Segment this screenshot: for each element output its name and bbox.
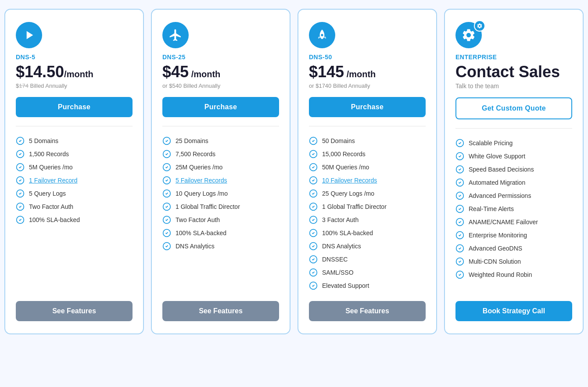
list-item: 10 Failover Records <box>309 174 426 187</box>
plan-card-enterprise: ENTERPRISE Contact Sales Talk to the tea… <box>444 9 584 334</box>
see-features-button-dns50[interactable]: See Features <box>309 301 426 321</box>
list-item: Multi-CDN Solution <box>455 255 572 268</box>
plan-name-enterprise: ENTERPRISE <box>455 54 572 61</box>
failover-link-dns5[interactable]: 1 Failover Record <box>29 177 78 184</box>
list-item: SAML/SSO <box>309 266 426 279</box>
feature-list-dns50: 50 Domains 15,000 Records 50M Queries /m… <box>309 134 426 292</box>
divider-dns5 <box>16 126 133 126</box>
list-item: 7,500 Records <box>162 147 279 161</box>
plane-icon <box>169 28 183 42</box>
check-icon <box>309 255 318 264</box>
feature-list-dns25: 25 Domains 7,500 Records 25M Queries /mo… <box>162 134 279 292</box>
plan-price-dns50: $145 /month <box>309 63 426 81</box>
plan-icon-dns5 <box>16 22 42 48</box>
check-icon <box>16 136 25 145</box>
check-icon <box>16 202 25 211</box>
plan-card-dns5: DNS-5 $14.50/month $174 Billed Annually … <box>4 9 144 334</box>
check-icon <box>162 150 171 158</box>
custom-quote-button[interactable]: Get Custom Quote <box>455 97 572 119</box>
check-icon <box>162 136 171 145</box>
check-icon <box>162 176 171 185</box>
failover-link-dns50[interactable]: 10 Failover Records <box>322 177 377 184</box>
check-icon <box>309 176 318 185</box>
list-item: 25 Domains <box>162 134 279 147</box>
check-icon <box>455 244 464 253</box>
check-icon <box>455 204 464 213</box>
list-item: DNS Analytics <box>309 240 426 253</box>
check-icon <box>162 242 171 251</box>
check-icon <box>309 242 318 251</box>
purchase-button-dns5[interactable]: Purchase <box>16 97 133 117</box>
check-icon <box>309 163 318 172</box>
failover-link-dns25[interactable]: 5 Failover Records <box>176 177 227 184</box>
check-icon <box>162 215 171 224</box>
check-icon <box>455 152 464 161</box>
check-icon <box>309 136 318 145</box>
list-item: 1 Failover Record <box>16 174 133 187</box>
list-item: Speed Based Decisions <box>455 163 572 176</box>
feature-list-enterprise: Scalable Pricing White Glove Support Spe… <box>455 136 572 287</box>
list-item: 5 Domains <box>16 134 133 147</box>
list-item: Enterprise Monitoring <box>455 229 572 242</box>
divider-enterprise <box>455 128 572 129</box>
list-item: DNS Analytics <box>162 240 279 253</box>
list-item: Scalable Pricing <box>455 136 572 150</box>
list-item: White Glove Support <box>455 150 572 163</box>
list-item: 25M Queries /mo <box>162 161 279 174</box>
check-icon <box>309 268 318 277</box>
plan-name-dns25: DNS-25 <box>162 54 279 61</box>
check-icon <box>309 281 318 290</box>
check-icon <box>162 163 171 172</box>
list-item: 1 Global Traffic Director <box>162 200 279 213</box>
check-icon <box>309 189 318 198</box>
pricing-grid: DNS-5 $14.50/month $174 Billed Annually … <box>4 9 584 334</box>
plan-card-dns50: DNS-50 $145 /month or $1740 Billed Annua… <box>298 9 437 334</box>
plan-icon-enterprise <box>455 22 485 48</box>
check-icon <box>455 139 464 147</box>
purchase-button-dns25[interactable]: Purchase <box>162 97 279 117</box>
list-item: Two Factor Auth <box>16 200 133 213</box>
check-icon <box>16 176 25 185</box>
list-item: Elevated Support <box>309 279 426 292</box>
feature-list-dns5: 5 Domains 1,500 Records 5M Queries /mo 1… <box>16 134 133 292</box>
check-icon <box>162 202 171 211</box>
check-icon <box>162 229 171 237</box>
list-item: 50 Domains <box>309 134 426 147</box>
list-item: 100% SLA-backed <box>309 226 426 240</box>
rocket-icon <box>315 28 329 42</box>
list-item: Real-Time Alerts <box>455 202 572 215</box>
plan-billing-dns50: or $1740 Billed Annually <box>309 82 426 89</box>
see-features-button-dns25[interactable]: See Features <box>162 301 279 321</box>
divider-dns25 <box>162 126 279 126</box>
check-icon <box>16 163 25 172</box>
list-item: 25 Query Logs /mo <box>309 187 426 200</box>
check-icon <box>162 189 171 198</box>
check-icon <box>309 202 318 211</box>
check-icon <box>309 150 318 158</box>
list-item: 5 Failover Records <box>162 174 279 187</box>
list-item: DNSSEC <box>309 253 426 266</box>
check-icon <box>16 215 25 224</box>
gear-small-icon <box>477 23 483 29</box>
list-item: 15,000 Records <box>309 147 426 161</box>
list-item: 3 Factor Auth <box>309 213 426 226</box>
list-item: 1 Global Traffic Director <box>309 200 426 213</box>
check-icon <box>455 165 464 174</box>
check-icon <box>16 150 25 158</box>
list-item: Advanced Permissions <box>455 189 572 202</box>
list-item: ANAME/CNAME Failover <box>455 215 572 229</box>
gear-icon <box>461 28 476 43</box>
plan-billing-dns5: $174 Billed Annually <box>16 82 133 89</box>
purchase-button-dns50[interactable]: Purchase <box>309 97 426 117</box>
see-features-button-dns5[interactable]: See Features <box>16 301 133 321</box>
plan-price-dns25: $45 /month <box>162 63 279 81</box>
plan-price-dns5: $14.50/month <box>16 63 133 81</box>
check-icon <box>455 231 464 240</box>
book-strategy-button[interactable]: Book Strategy Call <box>455 301 572 321</box>
list-item: Two Factor Auth <box>162 213 279 226</box>
list-item: Advanced GeoDNS <box>455 242 572 255</box>
plan-name-dns50: DNS-50 <box>309 54 426 61</box>
check-icon <box>309 229 318 237</box>
plan-card-dns25: DNS-25 $45 /month or $540 Billed Annuall… <box>151 9 290 334</box>
check-icon <box>455 218 464 226</box>
